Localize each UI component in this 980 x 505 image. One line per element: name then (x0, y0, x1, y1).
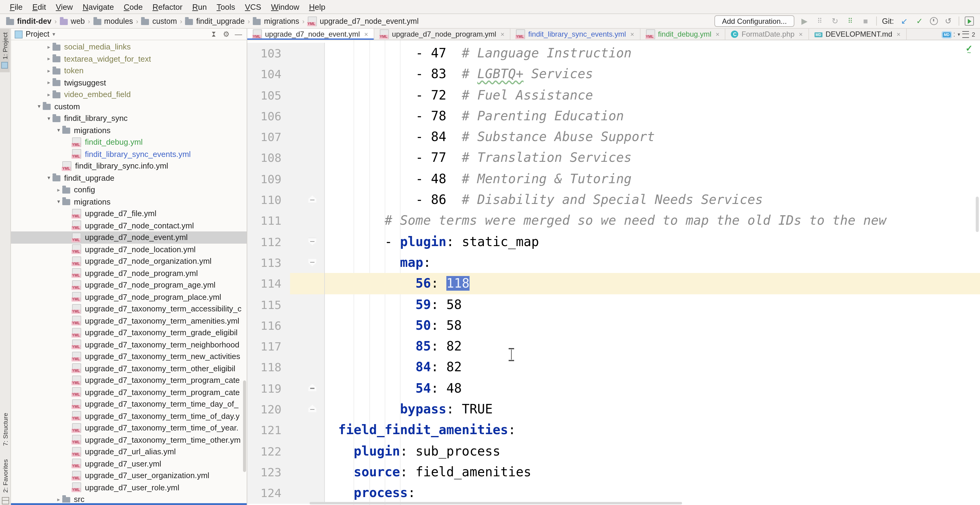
fold-end-icon[interactable] (309, 405, 316, 412)
tree-item-video_embed_field[interactable]: ▸video_embed_field (11, 89, 247, 100)
tree-item-upgrade_d7_taxonomy_term_time_of_year.[interactable]: upgrade_d7_taxonomy_term_time_of_year. (11, 422, 247, 434)
tool-window-structure[interactable]: 7: Structure (0, 409, 10, 450)
menu-item-refactor[interactable]: Refactor (148, 2, 187, 11)
tree-item-upgrade_d7_node_organization.yml[interactable]: upgrade_d7_node_organization.yml (11, 255, 247, 267)
code-line-108[interactable]: 108 - 77 # Translation Services (247, 148, 980, 169)
tree-item-findit_library_sync[interactable]: ▾findit_library_sync (11, 112, 247, 124)
attach-to-process-icon[interactable]: ⠿ (845, 16, 855, 26)
line-number[interactable]: 109 (247, 169, 290, 190)
line-number[interactable]: 108 (247, 148, 290, 169)
tool-window-switcher-icon[interactable] (2, 497, 9, 504)
run-icon[interactable]: ▶ (800, 16, 809, 26)
tree-item-upgrade_d7_taxonomy_term_program_cate[interactable]: upgrade_d7_taxonomy_term_program_cate (11, 374, 247, 386)
line-number[interactable]: 114 (247, 273, 290, 294)
breadcrumb-item[interactable]: modules (93, 17, 133, 25)
tree-item-migrations[interactable]: ▾migrations (11, 124, 247, 136)
line-number[interactable]: 107 (247, 126, 290, 148)
chevron-collapsed-icon[interactable]: ▸ (45, 68, 52, 74)
code-line-107[interactable]: 107 - 84 # Substance Abuse Support (247, 126, 980, 148)
menu-item-code[interactable]: Code (119, 2, 148, 11)
line-number[interactable]: 113 (247, 252, 290, 273)
breadcrumb-item[interactable]: migrations (253, 17, 299, 25)
tab-findit_library_sync_events.yml[interactable]: findit_library_sync_events.yml× (511, 29, 640, 40)
tree-item-src[interactable]: ▸src (11, 494, 247, 503)
code-line-120[interactable]: 120 bypass: TRUE (247, 399, 980, 420)
code-line-124[interactable]: 124 process: (247, 483, 980, 503)
chevron-down-icon[interactable]: ▾ (52, 31, 55, 37)
tree-item-upgrade_d7_taxonomy_term_time_other.ym[interactable]: upgrade_d7_taxonomy_term_time_other.ym (11, 434, 247, 446)
editor-body[interactable]: 103 - 47 # Language Instruction104 - 83 … (247, 40, 980, 505)
chevron-expanded-icon[interactable]: ▾ (45, 175, 52, 181)
tree-item-upgrade_d7_user_role.yml[interactable]: upgrade_d7_user_role.yml (11, 481, 247, 494)
git-rollback-icon[interactable]: ↺ (943, 16, 953, 26)
tab-findit_debug.yml[interactable]: findit_debug.yml× (640, 29, 726, 40)
tree-item-upgrade_d7_user_organization.yml[interactable]: upgrade_d7_user_organization.yml (11, 470, 247, 481)
project-panel-title[interactable]: Project (25, 30, 49, 38)
tree-item-upgrade_d7_node_program_place.yml[interactable]: upgrade_d7_node_program_place.yml (11, 291, 247, 303)
menu-item-tools[interactable]: Tools (212, 2, 240, 11)
line-number[interactable]: 103 (247, 43, 290, 64)
line-number[interactable]: 117 (247, 336, 290, 357)
breadcrumb-item[interactable]: web (60, 17, 85, 25)
code-line-123[interactable]: 123 source: field_amenities (247, 462, 980, 483)
chevron-expanded-icon[interactable]: ▾ (55, 127, 62, 134)
line-number[interactable]: 122 (247, 441, 290, 462)
tab-upgrade_d7_node_event.yml[interactable]: upgrade_d7_node_event.yml× (247, 29, 374, 40)
line-number[interactable]: 105 (247, 84, 290, 106)
chevron-collapsed-icon[interactable]: ▸ (45, 56, 52, 62)
menu-item-file[interactable]: File (5, 2, 27, 11)
line-number[interactable]: 121 (247, 420, 290, 441)
breadcrumb-item[interactable]: findit_upgrade (185, 17, 245, 25)
tree-horizontal-scrollbar[interactable] (11, 503, 247, 505)
close-icon[interactable]: × (364, 30, 368, 38)
code-line-113[interactable]: 113 map: (247, 252, 980, 273)
tree-item-upgrade_d7_taxonomy_term_time_of_day.y[interactable]: upgrade_d7_taxonomy_term_time_of_day.y (11, 410, 247, 422)
chevron-expanded-icon[interactable]: ▾ (55, 199, 62, 205)
tree-item-upgrade_d7_taxonomy_term_neighborhood[interactable]: upgrade_d7_taxonomy_term_neighborhood (11, 339, 247, 350)
editor-scrollbar[interactable] (976, 197, 979, 232)
code-line-110[interactable]: 110 - 86 # Disability and Special Needs … (247, 189, 980, 210)
line-number[interactable]: 112 (247, 231, 290, 252)
tree-item-custom[interactable]: ▾custom (11, 100, 247, 112)
tree-item-token[interactable]: ▸token (11, 65, 247, 76)
debug-icon[interactable]: ⠿ (815, 16, 825, 26)
tree-item-upgrade_d7_url_alias.yml[interactable]: upgrade_d7_url_alias.yml (11, 446, 247, 458)
code-line-115[interactable]: 115 59: 58 (247, 294, 980, 315)
code-line-104[interactable]: 104 - 83 # LGBTQ+ Services (247, 64, 980, 85)
menu-item-edit[interactable]: Edit (27, 2, 51, 11)
run-anything-icon[interactable] (965, 16, 974, 25)
tree-item-twigsuggest[interactable]: ▸twigsuggest (11, 76, 247, 89)
close-icon[interactable]: × (799, 30, 803, 38)
chevron-collapsed-icon[interactable]: ▸ (45, 80, 52, 86)
fold-start-icon[interactable] (309, 259, 316, 266)
line-number[interactable]: 115 (247, 294, 290, 315)
code-line-106[interactable]: 106 - 78 # Parenting Education (247, 106, 980, 127)
close-icon[interactable]: × (500, 30, 504, 38)
line-number[interactable]: 104 (247, 64, 290, 85)
tree-item-config[interactable]: ▸config (11, 184, 247, 196)
line-number[interactable]: 116 (247, 315, 290, 336)
breadcrumb-item[interactable]: findit-dev (6, 17, 52, 25)
chevron-collapsed-icon[interactable]: ▸ (55, 497, 62, 503)
code-line-117[interactable]: 117 85: 82 (247, 336, 980, 357)
chevron-expanded-icon[interactable]: ▾ (35, 104, 43, 110)
tree-item-upgrade_d7_file.yml[interactable]: upgrade_d7_file.yml (11, 208, 247, 220)
breadcrumb-item[interactable]: custom (142, 17, 177, 25)
line-number[interactable]: 110 (247, 189, 290, 210)
inspections-ok-icon[interactable]: ✓ (966, 43, 973, 56)
line-number[interactable]: 118 (247, 357, 290, 378)
tree-item-upgrade_d7_node_program_age.yml[interactable]: upgrade_d7_node_program_age.yml (11, 279, 247, 291)
code-line-114[interactable]: 114 56: 118 (247, 273, 980, 294)
tool-window-project[interactable]: 1: Project (0, 29, 10, 72)
tree-item-upgrade_d7_user.yml[interactable]: upgrade_d7_user.yml (11, 458, 247, 470)
chevron-expanded-icon[interactable]: ▾ (45, 115, 52, 121)
close-icon[interactable]: × (716, 30, 719, 38)
fold-end-icon[interactable] (309, 195, 316, 203)
code-line-118[interactable]: 118 84: 82 (247, 357, 980, 378)
tree-item-upgrade_d7_taxonomy_term_grade_eligibil[interactable]: upgrade_d7_taxonomy_term_grade_eligibil (11, 327, 247, 339)
tree-item-upgrade_d7_node_contact.yml[interactable]: upgrade_d7_node_contact.yml (11, 220, 247, 231)
tab-DEVELOPMENT.md[interactable]: MDDEVELOPMENT.md× (809, 29, 907, 40)
code-line-105[interactable]: 105 - 72 # Fuel Assistance (247, 84, 980, 106)
breadcrumb-item[interactable]: upgrade_d7_node_event.yml (307, 16, 418, 26)
code-line-122[interactable]: 122 plugin: sub_process (247, 441, 980, 462)
